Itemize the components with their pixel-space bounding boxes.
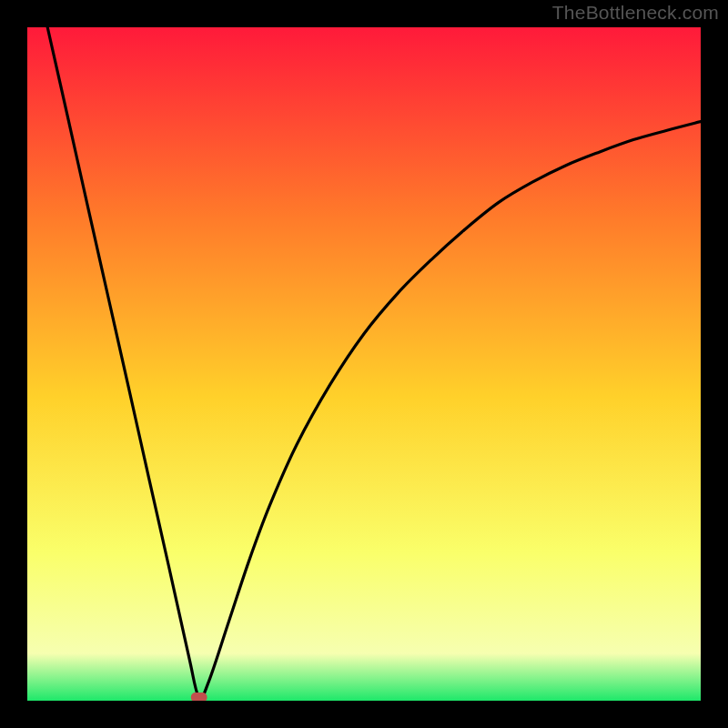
chart-frame: TheBottleneck.com <box>0 0 728 728</box>
watermark-text: TheBottleneck.com <box>552 2 719 24</box>
chart-svg <box>27 27 701 701</box>
min-point-marker <box>191 693 207 701</box>
plot-area <box>27 27 701 701</box>
gradient-background <box>27 27 701 701</box>
